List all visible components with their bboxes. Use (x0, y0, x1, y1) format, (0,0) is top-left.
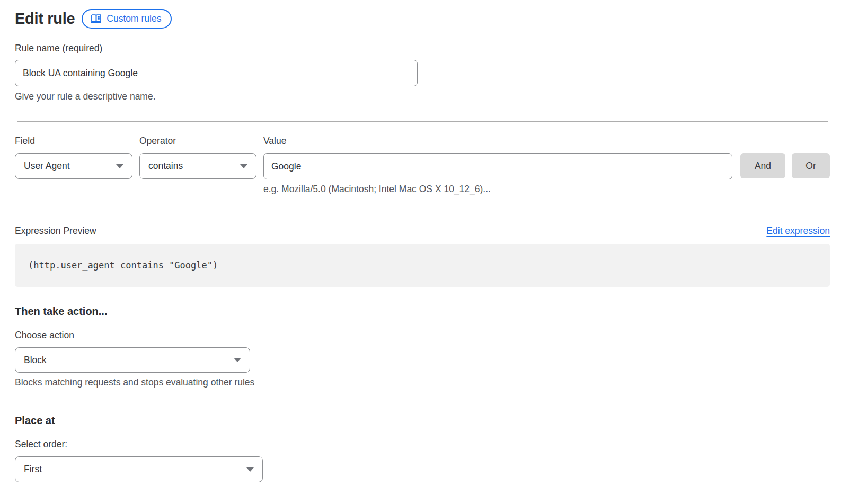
rule-name-input[interactable] (15, 60, 418, 86)
choose-action-label: Choose action (15, 330, 830, 341)
action-heading: Then take action... (15, 305, 830, 318)
custom-rules-docs-button[interactable]: Custom rules (82, 9, 172, 29)
rule-name-label: Rule name (required) (15, 43, 830, 54)
operator-select[interactable]: contains (139, 153, 256, 179)
page-title: Edit rule (15, 10, 75, 28)
edit-rule-page: Edit rule Custom rules Rule name (requir… (0, 0, 841, 504)
expression-header: Expression Preview Edit expression (15, 226, 830, 237)
action-select[interactable]: Block (15, 347, 250, 373)
page-header: Edit rule Custom rules (15, 8, 830, 29)
operator-select-value: contains (148, 160, 183, 172)
chevron-down-icon (240, 164, 247, 168)
expression-preview-label: Expression Preview (15, 226, 96, 237)
action-helper: Blocks matching requests and stops evalu… (15, 377, 830, 388)
value-column: Value e.g. Mozilla/5.0 (Macintosh; Intel… (263, 136, 732, 195)
action-section: Then take action... Choose action Block … (15, 305, 830, 388)
rule-name-section: Rule name (required) Give your rule a de… (15, 43, 830, 102)
value-input[interactable] (263, 153, 732, 179)
value-label: Value (263, 136, 732, 147)
field-select[interactable]: User Agent (15, 153, 132, 179)
or-button[interactable]: Or (792, 153, 830, 178)
order-select-value: First (24, 464, 42, 475)
field-label: Field (15, 136, 132, 147)
expression-code-block: (http.user_agent contains "Google") (15, 244, 830, 287)
condition-row: Field User Agent Operator contains Value… (15, 136, 830, 195)
chevron-down-icon (116, 164, 123, 168)
edit-expression-link[interactable]: Edit expression (766, 226, 830, 237)
action-select-value: Block (24, 355, 47, 366)
chevron-down-icon (246, 467, 254, 472)
value-helper: e.g. Mozilla/5.0 (Macintosh; Intel Mac O… (263, 184, 732, 195)
placement-section: Place at Select order: First (15, 414, 830, 482)
field-select-value: User Agent (24, 160, 70, 172)
section-divider (17, 121, 828, 122)
rule-name-helper: Give your rule a descriptive name. (15, 91, 830, 102)
field-column: Field User Agent (15, 136, 132, 179)
operator-label: Operator (139, 136, 256, 147)
order-select[interactable]: First (15, 456, 263, 482)
and-button[interactable]: And (740, 153, 785, 178)
open-book-icon (91, 14, 102, 23)
expression-code: (http.user_agent contains "Google") (28, 260, 218, 271)
docs-button-label: Custom rules (107, 13, 161, 24)
operator-column: Operator contains (139, 136, 256, 179)
select-order-label: Select order: (15, 439, 830, 450)
chevron-down-icon (234, 358, 241, 362)
place-at-heading: Place at (15, 414, 830, 427)
